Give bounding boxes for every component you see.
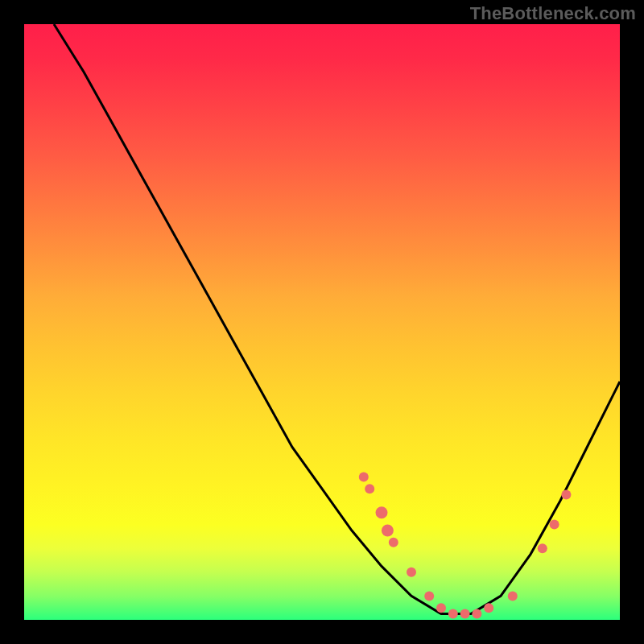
plot-area [24, 24, 620, 620]
chart-svg [24, 24, 620, 620]
bottleneck-marker [460, 609, 470, 619]
bottleneck-marker [550, 520, 559, 530]
bottleneck-marker [484, 603, 493, 613]
bottleneck-curve [54, 24, 620, 614]
bottleneck-marker [407, 568, 416, 577]
bottleneck-marker [382, 525, 394, 537]
bottleneck-marker [508, 591, 518, 601]
bottleneck-marker [376, 506, 388, 518]
bottleneck-marker [561, 490, 571, 500]
bottleneck-markers [359, 472, 572, 618]
bottleneck-marker [448, 609, 458, 619]
chart-container: TheBottleneck.com [0, 0, 644, 644]
bottleneck-marker [359, 472, 369, 481]
bottleneck-marker [538, 543, 547, 553]
watermark-text: TheBottleneck.com [470, 3, 636, 24]
bottleneck-marker [472, 609, 481, 619]
bottleneck-marker [436, 603, 446, 613]
bottleneck-marker [389, 538, 398, 547]
bottleneck-marker [424, 591, 434, 601]
bottleneck-marker [365, 484, 374, 493]
